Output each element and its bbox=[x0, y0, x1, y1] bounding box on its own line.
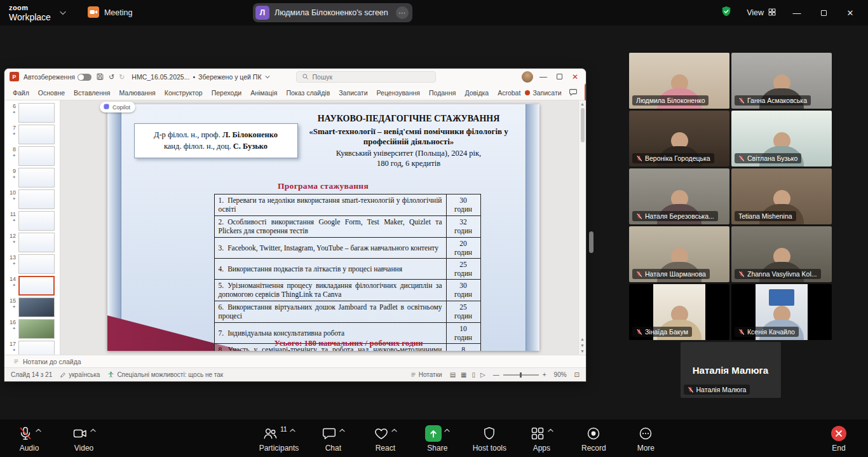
participant-tile[interactable]: Наталя Березовська... bbox=[629, 168, 729, 224]
participant-tile[interactable]: Tetiana Mishenina bbox=[731, 168, 832, 224]
ppt-tab-Малювання[interactable]: Малювання bbox=[114, 89, 159, 97]
zoom-slider-track[interactable] bbox=[503, 374, 539, 376]
toolbar-record[interactable]: Record bbox=[576, 425, 611, 452]
participant-tile[interactable]: Ганна Асмаковська bbox=[731, 53, 832, 109]
slide-thumbnail-9[interactable]: 9✦ bbox=[4, 168, 58, 188]
slide-thumbnail-10[interactable]: 10✦ bbox=[4, 189, 58, 209]
ppt-tab-Вставлення[interactable]: Вставлення bbox=[69, 89, 114, 97]
participant-tile[interactable]: Зінаїда Бакум bbox=[629, 284, 729, 340]
record-icon bbox=[586, 426, 601, 441]
comments-icon[interactable] bbox=[569, 88, 578, 98]
toolbar-react[interactable]: React bbox=[367, 425, 403, 452]
participant-tile[interactable]: Світлана Бузько bbox=[731, 111, 832, 167]
ppt-tab-Файл[interactable]: Файл bbox=[8, 89, 34, 97]
scroll-up-icon[interactable]: ▲ bbox=[580, 102, 585, 106]
view-button[interactable]: View bbox=[747, 8, 776, 18]
zoom-level[interactable]: 90% bbox=[554, 371, 567, 378]
toolbar-video[interactable]: Video bbox=[66, 425, 102, 452]
ppt-tab-Довідка[interactable]: Довідка bbox=[460, 89, 493, 97]
slide-thumbnail-6[interactable]: 6✦ bbox=[4, 103, 58, 123]
ppt-tab-Конструктор[interactable]: Конструктор bbox=[160, 89, 207, 97]
notes-toggle-button[interactable]: Нотатки bbox=[410, 371, 442, 378]
security-shield-icon[interactable] bbox=[720, 5, 733, 20]
autosave-toggle[interactable]: Автозбереження bbox=[24, 73, 92, 81]
next-slide-button[interactable]: ▼ bbox=[580, 343, 585, 348]
ppt-tab-Подання[interactable]: Подання bbox=[424, 89, 460, 97]
ppt-minimize-button[interactable]: — bbox=[538, 72, 549, 81]
participant-tile[interactable]: Наталя Шарманова bbox=[629, 226, 729, 282]
slide-thumbnail-11[interactable]: 11✦ bbox=[4, 211, 58, 231]
toolbar-more[interactable]: More bbox=[628, 425, 663, 452]
zoom-in-icon[interactable]: + bbox=[543, 371, 546, 378]
slide-thumbnail-8[interactable]: 8✦ bbox=[4, 146, 58, 166]
ppt-record-button[interactable]: Записати bbox=[525, 89, 561, 97]
chevron-up-icon[interactable] bbox=[90, 428, 96, 432]
ellipsis-icon[interactable]: ⋯ bbox=[396, 6, 409, 19]
zoom-slider-knob[interactable] bbox=[520, 372, 522, 378]
undo-icon[interactable]: ↺ bbox=[109, 73, 114, 81]
user-avatar[interactable] bbox=[522, 71, 533, 83]
chevron-up-icon[interactable] bbox=[391, 428, 397, 432]
save-icon[interactable] bbox=[96, 72, 104, 82]
chevron-up-icon[interactable] bbox=[36, 428, 41, 432]
toolbar-share[interactable]: Share bbox=[419, 425, 455, 452]
document-title[interactable]: НМС_16.05.2025... • Збережено у цей ПК bbox=[132, 73, 269, 81]
search-input[interactable]: Пошук bbox=[296, 71, 436, 83]
ppt-share-button[interactable]: Спільний доступ bbox=[585, 83, 586, 102]
participant-tile[interactable]: Вероніка Городецька bbox=[629, 111, 729, 167]
slide-thumbnail-17[interactable]: 17✦ bbox=[4, 341, 58, 355]
previous-slide-button[interactable]: ▲ bbox=[580, 337, 585, 341]
toolbar-audio[interactable]: Audio bbox=[11, 425, 47, 452]
ppt-tab-Acrobat[interactable]: Acrobat bbox=[493, 89, 525, 97]
fit-to-window-icon[interactable]: ⊡ bbox=[574, 371, 580, 378]
reading-view-icon[interactable]: ▯ bbox=[472, 371, 476, 378]
participant-tile[interactable]: Наталія МалюгаНаталія Малюга bbox=[681, 342, 781, 398]
ppt-tab-Переходи[interactable]: Переходи bbox=[207, 89, 247, 97]
ppt-restore-button[interactable] bbox=[553, 72, 565, 81]
slideshow-view-icon[interactable]: ▷ bbox=[480, 371, 485, 378]
ppt-tab-Основне[interactable]: Основне bbox=[34, 89, 69, 97]
canvas-scrollbar[interactable]: ▲ ▲ ▼ ▼ bbox=[578, 100, 586, 355]
tab-meeting[interactable]: Meeting bbox=[88, 6, 132, 20]
ppt-tab-Показ слайдів[interactable]: Показ слайдів bbox=[281, 89, 334, 97]
scrollbar-thumb[interactable] bbox=[581, 108, 585, 142]
language-button[interactable]: українська bbox=[60, 371, 100, 378]
redo-icon[interactable]: ↻ bbox=[119, 73, 125, 81]
scroll-down-icon[interactable]: ▼ bbox=[580, 349, 585, 353]
chevron-up-icon[interactable] bbox=[548, 428, 553, 432]
chevron-up-icon[interactable] bbox=[444, 428, 450, 432]
ppt-close-button[interactable]: ✕ bbox=[569, 72, 581, 81]
window-maximize-button[interactable] bbox=[817, 8, 830, 18]
chevron-up-icon[interactable] bbox=[339, 428, 345, 432]
slide-thumbnail-15[interactable]: 15✦ bbox=[4, 297, 58, 317]
participant-tile[interactable]: Людмила Білоконенко bbox=[629, 53, 729, 109]
chevron-up-icon[interactable] bbox=[290, 428, 295, 432]
slide-thumbnail-14[interactable]: 14✦ bbox=[4, 276, 58, 296]
zoom-out-icon[interactable]: — bbox=[493, 371, 499, 378]
participant-tile[interactable]: Zhanna Vasylivna Kol... bbox=[731, 226, 832, 282]
toolbar-host-tools[interactable]: Host tools bbox=[471, 425, 507, 452]
copilot-button[interactable]: Copilot bbox=[100, 102, 135, 113]
slide-thumbnail-13[interactable]: 13✦ bbox=[4, 254, 58, 274]
window-close-button[interactable]: ✕ bbox=[844, 8, 857, 18]
toolbar-apps[interactable]: Apps bbox=[524, 425, 559, 452]
slide-thumbnail-16[interactable]: 16✦ bbox=[4, 319, 58, 339]
slide-sorter-view-icon[interactable]: ▦ bbox=[461, 371, 466, 378]
ppt-tab-Записати[interactable]: Записати bbox=[334, 89, 372, 97]
zoom-slider[interactable]: — + bbox=[493, 371, 546, 378]
slide-thumbnail-12[interactable]: 12✦ bbox=[4, 233, 58, 252]
chevron-down-icon[interactable] bbox=[60, 11, 66, 15]
window-minimize-button[interactable]: — bbox=[790, 8, 803, 18]
participant-tile[interactable]: Ксенія Качайло bbox=[731, 284, 832, 340]
toolbar-chat[interactable]: Chat bbox=[315, 425, 351, 452]
ppt-tab-Рецензування[interactable]: Рецензування bbox=[372, 89, 424, 97]
notes-pane[interactable]: Нотатки до слайда bbox=[4, 355, 586, 367]
slide-thumbnail-7[interactable]: 7✦ bbox=[4, 125, 58, 144]
normal-view-icon[interactable]: ▤ bbox=[450, 371, 456, 378]
tab-shared-screen[interactable]: Л Людмила Білоконенко's screen ⋯ bbox=[253, 3, 412, 22]
ppt-tab-Анімація[interactable]: Анімація bbox=[246, 89, 281, 97]
panel-resize-handle[interactable] bbox=[589, 231, 593, 253]
accessibility-button[interactable]: Спеціальні можливості: щось не так bbox=[107, 371, 223, 378]
toolbar-participants[interactable]: 11 Participants bbox=[259, 425, 299, 452]
toolbar-end[interactable]: End bbox=[821, 425, 857, 452]
